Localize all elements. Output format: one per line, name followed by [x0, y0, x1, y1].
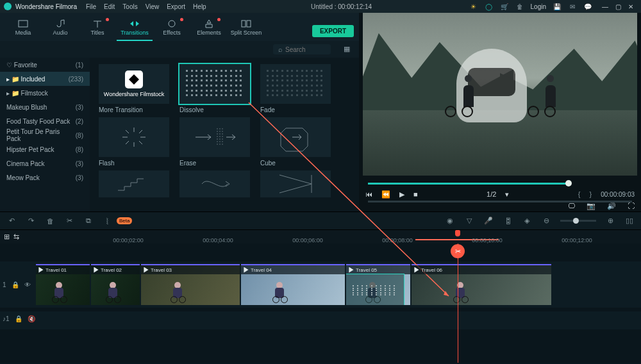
- ruler-tick: 00:00:08:00: [382, 237, 413, 244]
- play-button[interactable]: ▶: [399, 190, 404, 199]
- sidebar-item-favorite[interactable]: ♡ Favorite(1): [0, 58, 90, 72]
- menu-edit[interactable]: Edit: [104, 3, 115, 10]
- svg-line-8: [126, 130, 129, 133]
- stop-button[interactable]: ■: [413, 190, 418, 198]
- tab-media[interactable]: Media: [5, 15, 41, 41]
- mail-icon[interactable]: ✉: [568, 2, 577, 11]
- gallery-item-more[interactable]: Wondershare Filmstock More Transition: [99, 64, 169, 113]
- trash-icon[interactable]: 🗑: [515, 2, 524, 11]
- page-indicator[interactable]: 1/2: [487, 190, 496, 198]
- ruler-mode1-icon[interactable]: ⊞: [4, 233, 10, 241]
- svg-line-11: [126, 141, 129, 144]
- redo-button[interactable]: ↷: [26, 217, 36, 225]
- gallery-item-erase[interactable]: Erase: [179, 117, 250, 167]
- sidebar-item-hipster[interactable]: Hipster Pet Pack(8): [0, 142, 90, 156]
- sidebar-item-meow[interactable]: Meow Pack(3): [0, 170, 90, 185]
- svg-line-10: [139, 130, 142, 133]
- login-button[interactable]: Login: [531, 3, 546, 10]
- delete-button[interactable]: 🗑: [45, 217, 55, 225]
- menu-view[interactable]: View: [146, 3, 160, 10]
- clip-4[interactable]: Travel 04: [241, 264, 345, 305]
- mark-in-icon[interactable]: {: [578, 190, 581, 198]
- clip-transition-overlay[interactable]: [346, 274, 404, 305]
- mixer-icon[interactable]: 🎛: [503, 217, 513, 225]
- gallery-item-flash[interactable]: Flash: [99, 117, 169, 167]
- zoom-out-button[interactable]: ⊖: [541, 217, 551, 225]
- fullscreen-icon[interactable]: ⛶: [628, 202, 635, 210]
- copy-button[interactable]: ⧉: [83, 217, 94, 225]
- minimize-button[interactable]: —: [599, 3, 612, 10]
- gallery-item-fade[interactable]: Fade: [260, 64, 331, 113]
- track-index: 1: [3, 281, 6, 288]
- tab-audio[interactable]: Audio: [42, 15, 78, 41]
- close-button[interactable]: ✕: [624, 3, 637, 10]
- sidebar-item-paris[interactable]: Petit Tour De Paris Pack(8): [0, 128, 90, 142]
- ruler-mode2-icon[interactable]: ⇆: [13, 233, 19, 241]
- gallery-item-cube[interactable]: Cube: [260, 117, 331, 167]
- zoom-slider[interactable]: [560, 220, 596, 222]
- tab-elements[interactable]: Elements: [191, 15, 227, 41]
- gallery-item-extra2[interactable]: [179, 170, 250, 197]
- lock-icon[interactable]: 🔒: [15, 315, 22, 322]
- view-grid-icon[interactable]: ▦: [344, 45, 353, 54]
- preview-seek-bar[interactable]: [368, 178, 632, 188]
- cut-button[interactable]: ✂: [64, 217, 74, 225]
- mark-out-icon[interactable]: }: [589, 190, 592, 198]
- zoom-in-button[interactable]: ⊕: [605, 217, 615, 225]
- tab-titles[interactable]: Titles: [79, 15, 115, 41]
- clip-2[interactable]: Travel 02: [91, 264, 140, 305]
- clip-1[interactable]: Travel 01: [36, 264, 90, 305]
- gallery-item-extra3[interactable]: [260, 170, 331, 197]
- audio-track-1[interactable]: ♪1 🔒 🔇: [0, 311, 641, 329]
- fit-button[interactable]: ▯▯: [624, 217, 635, 225]
- timeline-ruler[interactable]: ⊞⇆ ✂ 00:00:02:0000:00:04:0000:00:06:0000…: [0, 229, 641, 244]
- audio-wave-icon[interactable]: ⦚: [103, 217, 113, 225]
- display-icon[interactable]: 🖵: [568, 202, 575, 210]
- search-box[interactable]: ⌕: [273, 44, 331, 54]
- shield-icon[interactable]: ▽: [464, 217, 474, 225]
- clip-6[interactable]: Travel 06: [412, 264, 551, 305]
- search-input[interactable]: [285, 46, 324, 53]
- tab-effects[interactable]: Effects: [154, 15, 190, 41]
- svg-rect-2: [242, 21, 246, 27]
- snapshot-icon[interactable]: 📷: [587, 202, 595, 210]
- svg-rect-3: [247, 21, 251, 27]
- volume-icon[interactable]: 🔊: [607, 202, 616, 210]
- sidebar-item-food[interactable]: Food Tasty Food Pack(2): [0, 114, 90, 128]
- sidebar-item-makeup[interactable]: Makeup Blush(3): [0, 100, 90, 114]
- preview-viewport[interactable]: [363, 13, 637, 176]
- menu-file[interactable]: File: [86, 3, 96, 10]
- menu-export[interactable]: Export: [167, 3, 185, 10]
- marker-icon[interactable]: ◈: [522, 217, 532, 225]
- cart-icon[interactable]: 🛒: [500, 2, 509, 11]
- prev-frame-button[interactable]: ⏮: [365, 190, 372, 198]
- maximize-button[interactable]: ▢: [612, 3, 624, 10]
- gallery-item-extra1[interactable]: [99, 170, 169, 197]
- sun-icon[interactable]: ☀: [469, 2, 478, 11]
- eye-icon[interactable]: 👁: [24, 281, 31, 288]
- split-marker-icon[interactable]: ✂: [451, 244, 465, 258]
- clip-3[interactable]: Travel 03: [141, 264, 240, 305]
- tab-split-screen[interactable]: Split Screen: [228, 15, 264, 41]
- sidebar-item-included[interactable]: ▸ 📁 Included(233): [0, 72, 90, 86]
- step-back-button[interactable]: ⏪: [381, 190, 390, 199]
- export-button[interactable]: EXPORT: [312, 25, 354, 37]
- video-track-1[interactable]: 1 🔒 👁 Travel 01Travel 02Travel 03Travel …: [0, 261, 641, 308]
- menu-help[interactable]: Help: [193, 3, 206, 10]
- sidebar-item-filmstock[interactable]: ▸ 📁 Filmstock: [0, 86, 90, 100]
- mute-icon[interactable]: 🔇: [28, 315, 35, 322]
- gallery-item-dissolve[interactable]: Dissolve: [179, 64, 250, 113]
- sidebar-item-cinema[interactable]: Cinema Pack(3): [0, 156, 90, 170]
- svg-line-9: [139, 141, 142, 144]
- menu-tools[interactable]: Tools: [122, 3, 137, 10]
- lock-icon[interactable]: 🔒: [12, 281, 19, 288]
- headphones-icon[interactable]: ◯: [485, 2, 494, 11]
- mic-icon[interactable]: 🎤: [483, 217, 494, 225]
- undo-button[interactable]: ↶: [6, 217, 17, 225]
- tab-transitions[interactable]: Transitions: [117, 15, 153, 41]
- save-icon[interactable]: 💾: [553, 2, 562, 11]
- message-icon[interactable]: 💬: [583, 2, 592, 11]
- color-wheel-icon[interactable]: ◉: [445, 217, 455, 225]
- page-down-icon[interactable]: ▾: [505, 190, 509, 199]
- clip-5[interactable]: Travel 05: [346, 264, 410, 305]
